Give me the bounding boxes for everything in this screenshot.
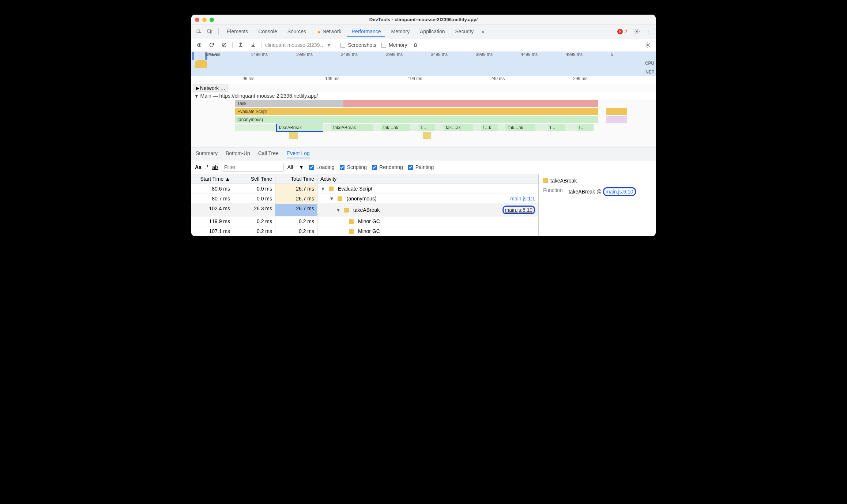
activity-label: Minor GC <box>358 218 380 224</box>
flame-bar-call-4[interactable]: tak…ak <box>444 124 473 131</box>
disclosure-icon[interactable]: ▼ <box>336 207 341 213</box>
filter-scripting[interactable]: Scripting <box>338 164 367 171</box>
tab-elements[interactable]: Elements <box>222 26 252 37</box>
duration-filter-dropdown[interactable]: All ▼ <box>287 164 304 170</box>
inspect-icon[interactable] <box>194 27 204 36</box>
whole-word-toggle[interactable]: ab <box>212 164 218 170</box>
event-log-pane: Start Time ▲ Self Time Total Time Activi… <box>191 174 656 236</box>
dtab-summary[interactable]: Summary <box>196 150 218 158</box>
main-track-header[interactable]: ▼ Main — https://clinquant-mousse-2f2396… <box>191 92 656 99</box>
flame-minor-2[interactable] <box>423 132 431 139</box>
table-row[interactable]: 80.6 ms 0.0 ms 26.7 ms ▼Evaluate Script <box>191 184 538 194</box>
tab-performance[interactable]: Performance <box>347 26 385 37</box>
sidebar-source-link[interactable]: main.js:6:10 <box>606 189 633 195</box>
perf-toolbar: clinquant-mousse-2f239… ▼ Screenshots Me… <box>191 38 656 52</box>
activity-label: (anonymous) <box>347 196 377 202</box>
activity-color-icon <box>349 229 354 234</box>
filter-rendering[interactable]: Rendering <box>370 164 403 171</box>
titlebar: DevTools - clinquant-mousse-2f2396.netli… <box>191 15 656 25</box>
tab-sources[interactable]: Sources <box>283 26 310 37</box>
flame-bar-longtask[interactable] <box>343 100 598 107</box>
tab-network-label: Network <box>323 29 341 34</box>
net-lane-label: NET <box>645 69 654 75</box>
table-row[interactable]: 119.9 ms 0.2 ms 0.2 ms Minor GC <box>191 217 538 226</box>
detail-ruler[interactable]: 99 ms149 ms 199 ms249 ms 299 ms <box>191 76 656 84</box>
window-title: DevTools - clinquant-mousse-2f2396.netli… <box>191 17 656 22</box>
activity-color-icon <box>338 196 342 201</box>
flame-bar-call-6[interactable]: tak…ak <box>506 124 535 131</box>
activity-label: takeABreak <box>353 207 380 213</box>
tab-network[interactable]: ▲Network <box>312 26 346 37</box>
flame-bar-call-1[interactable]: takeABreak <box>331 124 373 131</box>
dtab-event-log[interactable]: Event Log <box>287 150 310 158</box>
svg-point-7 <box>647 44 648 46</box>
source-link[interactable]: main.js:1:1 <box>510 196 535 202</box>
dtab-call-tree[interactable]: Call Tree <box>258 150 279 158</box>
disclosure-icon[interactable]: ▼ <box>320 186 325 192</box>
dtab-bottom-up[interactable]: Bottom-Up <box>226 150 250 158</box>
flame-chart[interactable]: Task Evaluate Script (anonymous) takeABr… <box>191 99 656 147</box>
col-total-time[interactable]: Total Time <box>275 174 317 184</box>
activity-label: Minor GC <box>358 228 380 234</box>
col-activity[interactable]: Activity <box>317 174 538 184</box>
capture-settings-icon[interactable] <box>643 41 652 49</box>
source-link[interactable]: main.js:6:10 <box>505 207 532 213</box>
flame-bar-call-7[interactable]: t… <box>548 124 565 131</box>
regex-toggle[interactable]: .* <box>205 164 208 170</box>
flame-bar-task[interactable]: Task <box>235 100 343 107</box>
network-track-tag: ▶ Network … <box>193 84 228 92</box>
collect-garbage-icon[interactable] <box>411 41 420 49</box>
overview-timeline[interactable]: |9 ms 999 ms1499 ms 1999 ms2499 ms 2999 … <box>191 52 656 76</box>
table-row-selected[interactable]: 102.4 ms 26.3 ms 26.7 ms ▼takeABreakmain… <box>191 204 538 217</box>
clear-button[interactable] <box>220 41 229 49</box>
warning-icon: ▲ <box>316 29 321 34</box>
flame-bar-anonymous[interactable]: (anonymous) <box>235 116 598 123</box>
tab-console[interactable]: Console <box>254 26 281 37</box>
col-self-time[interactable]: Self Time <box>233 174 275 184</box>
flame-bar-call-3[interactable]: t… <box>419 124 436 131</box>
flame-bar-call-5[interactable]: t…k <box>481 124 498 131</box>
overview-ticks: 999 ms1499 ms 1999 ms2499 ms 2999 ms3499… <box>191 52 656 59</box>
error-badge[interactable]: ✕ 2 <box>617 29 627 34</box>
flame-bar-evaluate-script[interactable]: Evaluate Script <box>235 108 598 115</box>
table-row[interactable]: 80.7 ms 0.0 ms 26.7 ms ▼(anonymous)main.… <box>191 194 538 204</box>
filter-painting[interactable]: Painting <box>407 164 434 171</box>
flame-bar-extra-1[interactable] <box>606 108 627 115</box>
tabs-overflow[interactable]: » <box>479 29 487 34</box>
network-track-header[interactable]: ▶ Network … <box>191 84 656 92</box>
flame-bar-call-2[interactable]: tak…ak <box>381 124 410 131</box>
memory-label: Memory <box>389 42 407 48</box>
activity-color-icon <box>344 208 349 212</box>
settings-icon[interactable] <box>632 27 642 36</box>
screenshots-checkbox[interactable]: Screenshots <box>339 42 376 49</box>
svg-point-3 <box>636 31 638 32</box>
col-start-time[interactable]: Start Time ▲ <box>191 174 233 184</box>
flame-bar-takeabreak-selected[interactable]: takeABreak <box>277 124 323 131</box>
source-link-highlighted: main.js:6:10 <box>603 187 636 196</box>
recording-dropdown[interactable]: clinquant-mousse-2f239… ▼ <box>265 42 331 48</box>
flame-bar-extra-2[interactable] <box>606 116 627 123</box>
tab-memory[interactable]: Memory <box>387 26 414 37</box>
cpu-lane-label: CPU <box>645 61 654 66</box>
match-case-toggle[interactable]: Aa <box>195 164 202 170</box>
tab-security[interactable]: Security <box>451 26 478 37</box>
flame-bar-pre[interactable] <box>235 124 277 131</box>
sidebar-key-function: Function <box>543 187 563 196</box>
memory-checkbox[interactable]: Memory <box>380 42 407 49</box>
flame-minor-1[interactable] <box>289 132 298 139</box>
upload-icon[interactable] <box>236 41 245 49</box>
disclosure-icon[interactable]: ▼ <box>329 196 334 202</box>
device-toggle-icon[interactable] <box>205 27 215 36</box>
activity-color-icon <box>329 187 334 191</box>
table-row[interactable]: 107.1 ms 0.2 ms 0.2 ms Minor GC <box>191 226 538 236</box>
download-icon[interactable] <box>249 41 257 49</box>
flame-bar-call-8[interactable]: t… <box>577 124 594 131</box>
tab-application[interactable]: Application <box>415 26 449 37</box>
sort-asc-icon: ▲ <box>225 176 230 182</box>
reload-button[interactable] <box>207 41 216 49</box>
filter-loading[interactable]: Loading <box>308 164 335 171</box>
record-button[interactable] <box>195 41 204 49</box>
activity-label: Evaluate Script <box>338 186 372 192</box>
more-menu-icon[interactable]: ⋮ <box>643 27 653 36</box>
filter-input[interactable] <box>222 163 284 172</box>
